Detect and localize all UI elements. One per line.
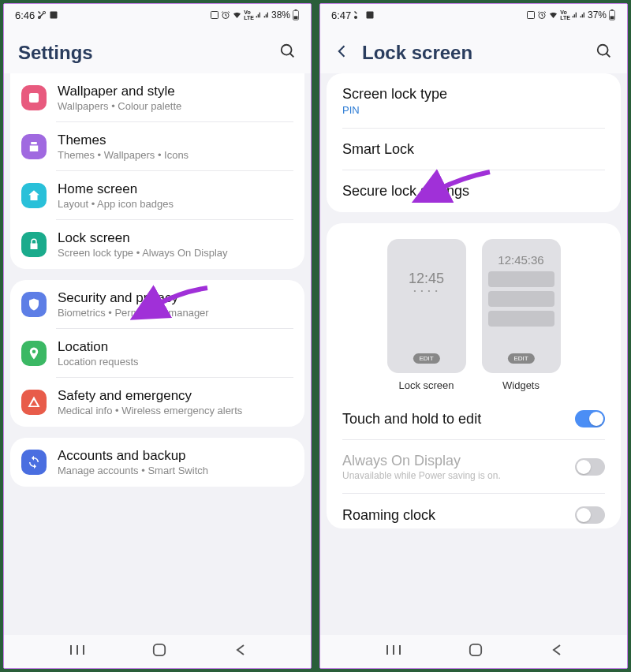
item-title: Secure lock settings (342, 183, 605, 200)
lock-card-2: 12:45 • • • • EDIT Lock screen 12:45:36 … (327, 223, 621, 528)
phone-lock-screen: 6:47 VoLTE 37% Lock screen Screen lock t… (319, 3, 628, 669)
nfc-icon (526, 10, 536, 20)
settings-item-location[interactable]: Location Location requests (10, 329, 304, 378)
signal-icon-2 (263, 10, 270, 20)
navigation-bar (320, 635, 627, 668)
status-bar: 6:46 VoLTE 38% (4, 4, 311, 26)
location-icon (21, 341, 47, 366)
wallpaper-icon (21, 85, 47, 110)
svg-rect-5 (294, 16, 298, 19)
item-sub: Location requests (58, 356, 293, 368)
back-icon[interactable] (334, 43, 350, 62)
preview-dots: • • • • (414, 287, 439, 294)
status-time: 6:46 (15, 9, 35, 21)
previews: 12:45 • • • • EDIT Lock screen 12:45:36 … (327, 223, 621, 398)
toggle-switch[interactable] (575, 410, 605, 427)
signal-icon (572, 10, 578, 20)
item-sub: PIN (342, 104, 605, 116)
settings-item-accounts[interactable]: Accounts and backup Manage accounts • Sm… (10, 438, 304, 487)
settings-item-home[interactable]: Home screen Layout • App icon badges (10, 171, 304, 220)
roaming-clock[interactable]: Roaming clock (327, 494, 621, 528)
svg-rect-14 (528, 12, 535, 19)
settings-item-security[interactable]: Security and privacy Biometrics • Permis… (10, 280, 304, 329)
back-button[interactable] (551, 644, 562, 659)
themes-icon (21, 134, 47, 159)
item-title: Always On Display (342, 453, 501, 469)
recents-button[interactable] (386, 644, 401, 659)
wifi-icon (548, 10, 558, 20)
settings-item-safety[interactable]: Safety and emergency Medical info • Wire… (10, 378, 304, 427)
lock-card-1: Screen lock type PIN Smart Lock Secure l… (327, 73, 621, 212)
scissors-icon (353, 10, 363, 20)
item-title: Screen lock type (342, 86, 605, 103)
wifi-icon (232, 10, 242, 20)
svg-rect-17 (611, 9, 614, 10)
smart-lock[interactable]: Smart Lock (327, 129, 621, 170)
toggle-switch (575, 458, 605, 476)
toggle-switch[interactable] (575, 506, 605, 524)
item-title: Security and privacy (58, 290, 293, 306)
sync-icon (21, 450, 47, 475)
page-title: Settings (18, 42, 279, 64)
edit-button[interactable]: EDIT (413, 353, 439, 364)
alarm-icon (537, 10, 547, 20)
item-title: Themes (58, 133, 293, 148)
status-time: 6:47 (331, 9, 351, 21)
svg-rect-18 (610, 16, 614, 19)
home-button[interactable] (152, 643, 166, 660)
recents-button[interactable] (69, 644, 85, 659)
touch-hold-edit[interactable]: Touch and hold to edit (327, 398, 621, 440)
item-title: Home screen (58, 181, 293, 197)
svg-rect-8 (29, 93, 39, 103)
item-title: Roaming clock (342, 507, 435, 524)
svg-rect-13 (367, 12, 374, 19)
item-title: Safety and emergency (58, 388, 293, 404)
settings-item-themes[interactable]: Themes Themes • Wallpapers • Icons (10, 122, 304, 171)
secure-lock-settings[interactable]: Secure lock settings (327, 170, 621, 212)
back-button[interactable] (234, 644, 245, 659)
nfc-icon (210, 10, 219, 20)
svg-rect-1 (211, 12, 218, 19)
battery-percent: 37% (588, 9, 607, 21)
search-icon[interactable] (279, 43, 297, 63)
screen-lock-type[interactable]: Screen lock type PIN (327, 73, 621, 129)
item-sub: Biometrics • Permission manager (58, 307, 293, 319)
item-sub: Layout • App icon badges (58, 198, 293, 210)
svg-line-7 (290, 54, 294, 58)
preview-clock: 12:45:36 (498, 253, 543, 267)
volte-icon: VoLTE (244, 9, 254, 21)
header: Lock screen (320, 26, 627, 73)
safety-icon (21, 390, 47, 415)
page-title: Lock screen (362, 42, 596, 64)
status-bar: 6:47 VoLTE 37% (320, 4, 627, 26)
preview-widgets[interactable]: 12:45:36 EDIT Widgets (482, 239, 561, 391)
settings-group-1: Wallpaper and style Wallpapers • Colour … (10, 73, 304, 269)
preview-label: Widgets (482, 379, 561, 391)
settings-item-wallpaper[interactable]: Wallpaper and style Wallpapers • Colour … (10, 73, 304, 122)
item-sub: Manage accounts • Smart Switch (58, 465, 293, 476)
svg-line-20 (607, 54, 610, 58)
item-sub: Themes • Wallpapers • Icons (58, 149, 293, 161)
item-title: Smart Lock (342, 141, 605, 158)
home-button[interactable] (469, 643, 483, 660)
svg-rect-4 (295, 9, 297, 10)
item-title: Accounts and backup (58, 448, 293, 464)
item-sub: Medical info • Wireless emergency alerts (58, 405, 293, 416)
svg-rect-12 (154, 644, 165, 655)
item-title: Lock screen (58, 230, 293, 246)
edit-button[interactable]: EDIT (507, 353, 534, 364)
home-icon (21, 183, 47, 208)
search-icon[interactable] (596, 43, 613, 63)
settings-content: Wallpaper and style Wallpapers • Colour … (4, 73, 311, 635)
lock-content: Screen lock type PIN Smart Lock Secure l… (320, 73, 627, 635)
battery-percent: 38% (271, 9, 290, 21)
svg-rect-0 (50, 12, 58, 19)
settings-item-lock-screen[interactable]: Lock screen Screen lock type • Always On… (10, 220, 304, 269)
item-title: Wallpaper and style (58, 84, 293, 99)
item-title: Touch and hold to edit (342, 411, 481, 427)
svg-point-19 (598, 45, 608, 55)
image-icon (365, 10, 375, 20)
battery-icon (292, 9, 300, 21)
svg-point-6 (282, 45, 292, 55)
preview-lock-screen[interactable]: 12:45 • • • • EDIT Lock screen (387, 239, 466, 391)
